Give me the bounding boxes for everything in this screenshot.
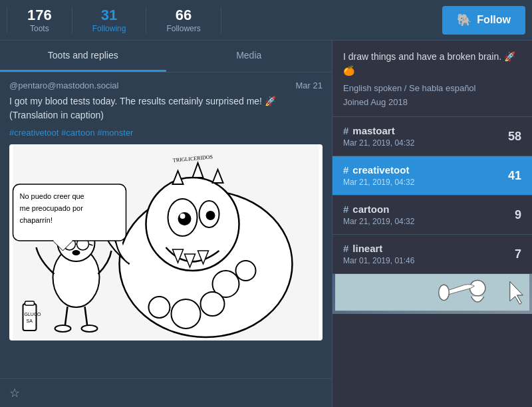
following-label: Following	[92, 24, 126, 33]
hashtag-lineart-count: 7	[515, 247, 521, 261]
star-icon[interactable]: ☆	[9, 386, 20, 400]
followers-count: 66	[176, 7, 192, 24]
hashtag-mastoart-left: # mastoart Mar 21, 2019, 04:32	[343, 125, 414, 148]
svg-rect-39	[23, 304, 37, 331]
hashtag-cartoon-name: # cartoon	[343, 204, 414, 215]
svg-point-45	[439, 285, 450, 300]
tab-media[interactable]: Media	[166, 41, 332, 72]
hash-symbol-lineart: #	[343, 243, 348, 254]
hashtag-creativetoot-left: # creativetoot Mar 21, 2019, 04:32	[343, 164, 414, 187]
bio-joined: Joined Aug 2018	[343, 97, 521, 107]
left-panel: Toots and replies Media @pentaro@mastodo…	[0, 41, 332, 407]
svg-text:SA: SA	[27, 319, 33, 323]
hashtag-lineart-date: Mar 01, 2019, 01:46	[343, 256, 414, 265]
hashtag-creativetoot-date: Mar 21, 2019, 04:32	[343, 178, 414, 187]
post-date: Mar 21	[296, 80, 323, 90]
svg-point-31	[55, 325, 71, 332]
svg-point-8	[206, 211, 215, 220]
tabs: Toots and replies Media	[0, 41, 332, 72]
hashtag-lineart[interactable]: # lineart Mar 01, 2019, 01:46 7	[332, 235, 532, 274]
svg-point-14	[201, 292, 225, 316]
svg-point-44	[469, 280, 485, 295]
post-area: @pentaro@mastodon.social Mar 21 I got my…	[0, 72, 332, 378]
hashtag-cartoon-left: # cartoon Mar 21, 2019, 04:32	[343, 204, 414, 226]
hashtag-creativetoot[interactable]: # creativetoot Mar 21, 2019, 04:32 41	[332, 156, 532, 196]
stat-followers[interactable]: 66 Followers	[146, 7, 221, 33]
following-count: 31	[101, 7, 117, 24]
stat-following[interactable]: 31 Following	[72, 7, 147, 33]
hashtag-cartoon-text: cartoon	[352, 204, 389, 215]
toots-label: Toots	[30, 24, 49, 33]
hash-symbol-creativetoot: #	[343, 164, 348, 176]
hashtag-cartoon-count: 9	[515, 208, 521, 222]
image-strip	[332, 274, 532, 314]
hashtag-creativetoot-count: 41	[508, 169, 521, 183]
svg-text:GLUCO: GLUCO	[25, 312, 41, 317]
bio-section: I draw things and have a broken brain. 🚀…	[332, 41, 532, 117]
post-tags: #creativetoot #cartoon #monster	[9, 128, 323, 138]
tab-toots-replies[interactable]: Toots and replies	[0, 41, 166, 72]
right-panel: I draw things and have a broken brain. 🚀…	[332, 41, 532, 407]
followers-label: Followers	[166, 24, 200, 33]
hashtag-cartoon[interactable]: # cartoon Mar 21, 2019, 04:32 9	[332, 196, 532, 235]
bio-description: I draw things and have a broken brain. 🚀…	[343, 50, 521, 78]
hashtag-mastoart-name: # mastoart	[343, 125, 414, 136]
post-meta: @pentaro@mastodon.social Mar 21	[9, 80, 323, 90]
svg-point-13	[236, 261, 256, 281]
star-row: ☆	[0, 378, 332, 407]
hashtag-lineart-left: # lineart Mar 01, 2019, 01:46	[343, 243, 414, 265]
post-text: I got my blood tests today. The results …	[9, 94, 323, 122]
hashtag-mastoart-date: Mar 21, 2019, 04:32	[343, 138, 414, 148]
hashtag-mastoart[interactable]: # mastoart Mar 21, 2019, 04:32 58	[332, 117, 532, 156]
bio-languages: English spoken / Se habla español	[343, 83, 521, 93]
hashtag-lineart-text: lineart	[352, 243, 382, 254]
strip-image-content	[332, 274, 532, 314]
svg-text:No puedo creer que: No puedo creer que	[20, 192, 84, 200]
hashtag-cartoon-date: Mar 21, 2019, 04:32	[343, 217, 414, 226]
tab-media-label: Media	[236, 50, 261, 61]
svg-text:me preocupado por: me preocupado por	[20, 204, 84, 212]
follow-button[interactable]: 🐘 Follow	[442, 6, 525, 35]
svg-point-5	[178, 212, 192, 225]
svg-rect-43	[335, 274, 529, 311]
hashtag-mastoart-count: 58	[508, 130, 521, 144]
svg-point-28	[72, 250, 80, 255]
follow-label: Follow	[477, 14, 511, 26]
stat-toots[interactable]: 176 Toots	[7, 7, 72, 33]
toots-count: 176	[27, 7, 52, 24]
hashtag-creativetoot-text: creativetoot	[352, 164, 409, 176]
post-image[interactable]: TRIGLICERIDOS	[9, 144, 323, 340]
stats-bar: 176 Toots 31 Following 66 Followers 🐘 Fo…	[0, 0, 532, 41]
svg-rect-40	[25, 301, 35, 305]
tab-toots-replies-label: Toots and replies	[48, 50, 118, 61]
svg-point-32	[82, 325, 98, 332]
hashtag-lineart-name: # lineart	[343, 243, 414, 254]
svg-point-15	[172, 299, 201, 329]
mastodon-icon: 🐘	[457, 13, 471, 27]
hash-symbol-cartoon: #	[343, 204, 348, 215]
svg-point-6	[180, 213, 186, 219]
svg-text:chaparrín!: chaparrín!	[20, 216, 53, 224]
hashtag-creativetoot-name: # creativetoot	[343, 164, 414, 176]
post-author: @pentaro@mastodon.social	[9, 80, 118, 90]
svg-point-16	[149, 297, 170, 318]
hashtag-mastoart-text: mastoart	[352, 125, 394, 136]
main-content: Toots and replies Media @pentaro@mastodo…	[0, 41, 532, 407]
hash-symbol-mastoart: #	[343, 125, 348, 136]
